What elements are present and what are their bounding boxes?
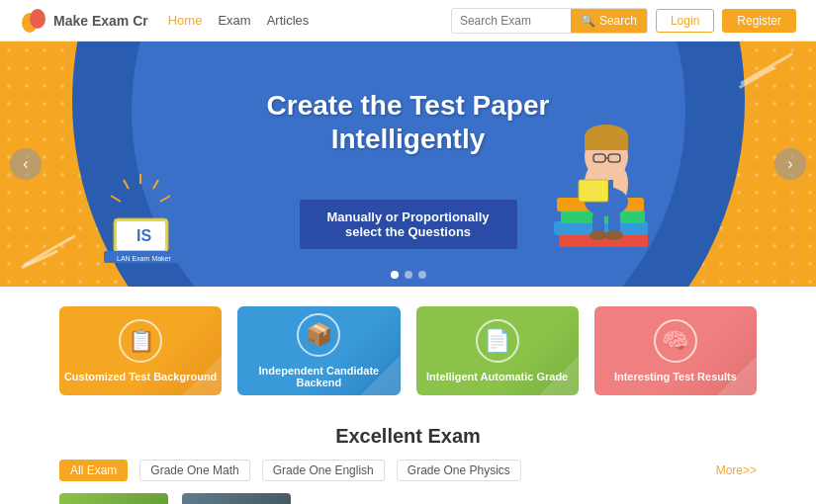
search-button-label: Search <box>599 14 637 28</box>
hero-dot-2[interactable] <box>405 271 412 279</box>
svg-line-6 <box>153 180 158 189</box>
svg-text:IS: IS <box>136 227 151 244</box>
nav-home[interactable]: Home <box>168 13 203 28</box>
hero-dot-3[interactable] <box>418 271 426 279</box>
search-icon: 🔍 <box>581 14 595 28</box>
hero-title: Create the Test Paper Intelligently <box>250 89 567 155</box>
kid-svg <box>539 85 678 283</box>
feature-label-3: Intelligent Automatic Grade <box>426 371 568 382</box>
exam-tabs: All Exam Grade One Math Grade One Englis… <box>59 460 757 481</box>
feature-icon-3: 📄 <box>476 319 519 363</box>
exam-thumbnail-2[interactable] <box>182 493 291 504</box>
feature-label-4: Interesting Test Results <box>614 371 737 382</box>
logo-text: Make Exam Cr <box>53 13 148 29</box>
exam-thumbnail-1[interactable] <box>59 493 168 504</box>
hero-subtitle-text: Manually or Proportionally select the Qu… <box>327 210 490 239</box>
hero-book-illustration: IS LAN Exam Maker <box>99 174 188 267</box>
deco-lines-right <box>737 61 796 85</box>
deco-line <box>21 250 58 270</box>
exam-tab-english[interactable]: Grade One English <box>262 460 385 481</box>
deco-lines-left <box>20 243 79 267</box>
search-input[interactable] <box>452 10 571 32</box>
hero-prev-button[interactable]: ‹ <box>10 148 42 180</box>
svg-line-8 <box>160 196 170 202</box>
feature-icon-1: 📋 <box>119 319 162 363</box>
nav-exam[interactable]: Exam <box>218 13 250 28</box>
nav-articles[interactable]: Articles <box>267 13 310 28</box>
hero-dots <box>391 271 426 279</box>
exam-tab-all[interactable]: All Exam <box>59 460 128 481</box>
svg-text:LAN Exam Maker: LAN Exam Maker <box>117 255 172 262</box>
svg-point-20 <box>589 230 607 240</box>
svg-rect-29 <box>608 180 613 202</box>
search-button[interactable]: 🔍 Search <box>571 9 647 33</box>
hero-banner: IS LAN Exam Maker Create the Test Paper … <box>0 42 816 287</box>
svg-rect-18 <box>592 211 604 233</box>
svg-point-21 <box>605 230 623 240</box>
excellent-exam-section: Excellent Exam All Exam Grade One Math G… <box>0 415 816 504</box>
logo-icon <box>20 7 47 35</box>
exam-tab-math[interactable]: Grade One Math <box>139 460 249 481</box>
svg-rect-24 <box>585 136 628 150</box>
svg-line-7 <box>124 180 129 189</box>
svg-rect-19 <box>608 211 620 233</box>
feature-card-3[interactable]: 📄 Intelligent Automatic Grade <box>416 306 579 395</box>
search-box: 🔍 Search <box>451 8 648 34</box>
login-button[interactable]: Login <box>656 9 714 33</box>
hero-title-text: Create the Test Paper Intelligently <box>267 90 550 154</box>
feature-card-2[interactable]: 📦 Independent Candidate Backend <box>237 306 400 395</box>
exam-tab-physics[interactable]: Grade One Physics <box>397 460 521 481</box>
hero-kid-illustration <box>539 85 678 287</box>
feature-icon-4: 🧠 <box>654 319 697 363</box>
feature-label-2: Independent Candidate Backend <box>237 365 400 388</box>
hero-subtitle-box: Manually or Proportionally select the Qu… <box>300 200 517 249</box>
hero-next-button[interactable]: › <box>774 148 806 180</box>
excellent-exam-title: Excellent Exam <box>59 425 757 448</box>
svg-point-1 <box>30 9 45 29</box>
feature-card-4[interactable]: 🧠 Interesting Test Results <box>594 306 757 395</box>
book-svg: IS LAN Exam Maker <box>99 174 188 263</box>
exam-thumbnails <box>59 493 757 504</box>
more-link[interactable]: More>> <box>716 463 757 477</box>
header: Make Exam Cr Home Exam Articles 🔍 Search… <box>0 0 816 42</box>
header-right: 🔍 Search Login Register <box>451 8 796 34</box>
register-button[interactable]: Register <box>722 9 796 33</box>
features-section: 📋 Customized Test Background 📦 Independe… <box>0 287 816 415</box>
logo-area: Make Exam Cr <box>20 7 148 35</box>
svg-line-9 <box>111 196 121 202</box>
feature-card-1[interactable]: 📋 Customized Test Background <box>59 306 222 395</box>
feature-icon-2: 📦 <box>297 313 340 357</box>
nav: Home Exam Articles <box>168 13 451 28</box>
feature-label-1: Customized Test Background <box>64 371 217 382</box>
hero-dot-1[interactable] <box>391 271 399 279</box>
